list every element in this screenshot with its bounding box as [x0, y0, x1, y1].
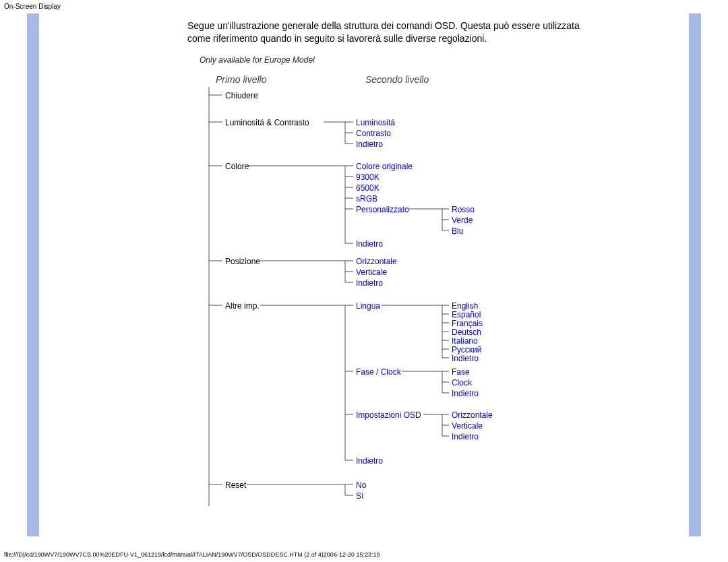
- l3-indietro-fase: Indietro: [452, 388, 479, 399]
- left-margin-bar: [27, 13, 39, 513]
- l2-personalizzato: Personalizzato: [356, 204, 409, 215]
- l2-verticale: Verticale: [356, 267, 387, 278]
- document-content: Segue un'illustrazione generale della st…: [162, 13, 688, 513]
- l2-indietro1: Indietro: [356, 139, 383, 150]
- l1-posizione: Posizione: [225, 256, 260, 267]
- l2-9300k: 9300K: [356, 172, 380, 183]
- l3-indietro-lang: Indietro: [452, 353, 479, 364]
- l1-reset: Reset: [225, 480, 246, 491]
- l2-contrasto: Contrasto: [356, 128, 391, 139]
- l2-faseclock: Fase / Clock: [356, 367, 401, 377]
- l3-blu: Blu: [452, 226, 463, 237]
- l1-colore: Colore: [225, 161, 249, 172]
- l2-colore-orig: Colore originale: [356, 161, 413, 172]
- l1-lumcon: Luminositá & Contrasto: [225, 117, 309, 128]
- l2-lingua: Lingua: [356, 301, 380, 311]
- l1-altre: Altre imp.: [225, 301, 260, 311]
- level1-header: Primo livello: [216, 73, 266, 86]
- page-header: On-Screen Display: [0, 0, 728, 13]
- l2-orizzontale: Orizzontale: [356, 256, 397, 267]
- l2-imposd: Impostazioni OSD: [356, 410, 421, 420]
- diagram-title: Only available for Europe Model: [200, 55, 315, 65]
- l2-indietro4: Indietro: [356, 456, 383, 466]
- l2-indietro2: Indietro: [356, 239, 383, 249]
- l2-6500k: 6500K: [356, 183, 380, 193]
- l3-vert-osd: Verticale: [452, 420, 483, 431]
- intro-paragraph: Segue un'illustrazione generale della st…: [187, 20, 586, 45]
- right-margin-bar: [689, 13, 701, 513]
- l2-no: No: [356, 480, 366, 491]
- l3-clock: Clock: [452, 377, 472, 388]
- l3-fase: Fase: [452, 367, 470, 377]
- l2-si: Sí: [356, 491, 363, 501]
- l1-chiudere: Chiudere: [225, 90, 258, 101]
- l2-indietro3: Indietro: [356, 278, 383, 288]
- l3-rosso: Rosso: [452, 204, 475, 215]
- osd-tree-diagram: Only available for Europe Model Primo li…: [162, 55, 688, 513]
- l3-indietro-osd: Indietro: [452, 431, 479, 442]
- l2-luminosita: Luminositá: [356, 117, 395, 128]
- l3-orizz-osd: Orizzontale: [452, 410, 493, 420]
- level2-header: Secondo livello: [365, 73, 429, 86]
- l2-srgb: sRGB: [356, 193, 377, 204]
- l3-verde: Verde: [452, 215, 473, 226]
